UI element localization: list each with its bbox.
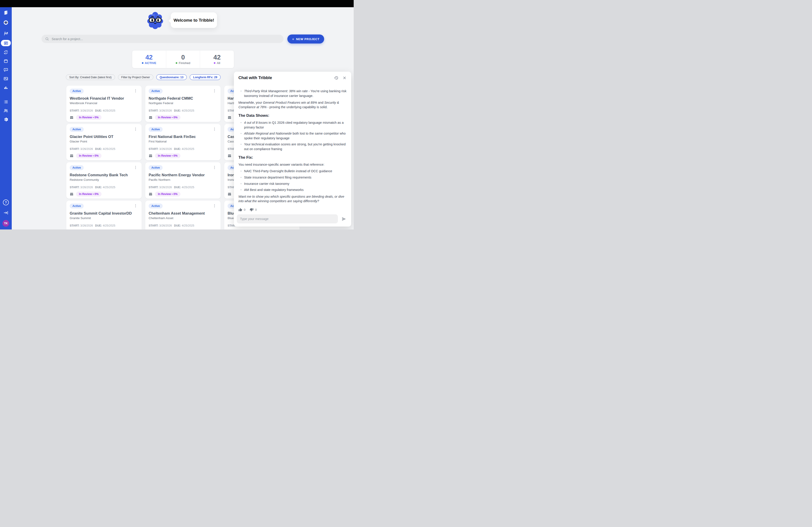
chat-input-row [237,214,347,223]
start-label: START: [149,186,159,189]
sidebar-item-sync[interactable] [3,49,9,55]
chat-heading: The Fix: [238,155,347,160]
chat-bullet: AM Best and state regulatory frameworks [238,187,347,192]
stat-finished-value: 0 [181,54,185,61]
project-card[interactable]: Active ⋮ Cheltenham Asset Management Che… [145,201,221,229]
columns-icon [149,154,153,158]
help-icon[interactable]: ? [3,199,9,205]
kebab-menu-icon[interactable]: ⋮ [212,127,217,132]
sidebar-item-handoff[interactable] [3,31,9,36]
progress-badge: In Review • 0% [76,153,102,158]
project-dates: START: 3/26/2026DUE: 4/25/2025 [70,224,138,227]
questionnaire-chip[interactable]: Questionnaire: 13 [156,74,187,80]
stat-finished-label: Finished [179,61,190,65]
chat-message-input[interactable] [237,214,338,223]
project-dates: START: 3/26/2026DUE: 4/25/2025 [149,147,217,151]
project-card[interactable]: Active ⋮ Redstone Community Bank Tech Re… [66,162,142,199]
chat-bullet: NAIC Third-Party Oversight Bulletin inst… [238,169,347,174]
chat-bullet: Allstate Regional and Nationwide both lo… [238,131,347,140]
user-avatar[interactable]: TK [2,220,9,227]
progress-badge: In Review • 0% [76,192,102,197]
stat-finished[interactable]: 0 Finished [166,50,200,68]
new-project-button[interactable]: + NEW PROJECT [287,34,324,44]
sidebar-item-analytics[interactable] [3,85,9,90]
sidebar-item-projects-active[interactable] [1,40,11,46]
stat-all-value: 42 [213,54,221,61]
chat-panel: Chat with Tribble Third-Party Risk Manag… [234,72,351,227]
due-label: DUE: [95,109,102,112]
tribble-avatar-icon[interactable] [3,20,9,25]
start-label: START: [70,109,79,112]
sidebar-item-archive[interactable] [3,58,9,64]
columns-icon [70,116,74,119]
chat-bullet: Insurance carrier risk taxonomy [238,181,347,186]
kebab-menu-icon[interactable]: ⋮ [133,127,138,132]
new-project-label: NEW PROJECT [296,37,319,41]
chat-bullet-list: NAIC Third-Party Oversight Bulletin inst… [238,169,347,192]
longform-rfx-chip[interactable]: Longform RFx: 29 [190,74,221,80]
status-badge: Active [149,165,163,170]
start-date: 3/26/2026 [80,109,93,112]
project-dates: START: 3/26/2026DUE: 4/25/2025 [149,186,217,189]
kebab-menu-icon[interactable]: ⋮ [133,165,138,170]
sidebar-item-list[interactable] [3,99,9,105]
columns-icon [228,116,231,119]
kebab-menu-icon[interactable]: ⋮ [133,204,138,208]
start-date: 3/26/2026 [159,186,172,189]
project-card[interactable]: Active ⋮ Pacific Northern Energy Vendor … [145,162,221,199]
stat-active[interactable]: 42 ACTIVE [132,50,166,68]
history-icon[interactable] [334,76,338,80]
status-badge: Active [149,127,163,132]
project-card[interactable]: Active ⋮ First National Bank FinSec Firs… [145,124,221,160]
chat-paragraph: Want me to show you which specific quest… [238,194,347,204]
project-card[interactable]: Active ⋮ Northgate Federal CMMC Northgat… [145,86,221,122]
due-label: DUE: [174,147,181,151]
kebab-menu-icon[interactable]: ⋮ [133,89,138,93]
project-title: Pacific Northern Energy Vendor [149,173,217,177]
chat-paragraph: You need insurance-specific answer varia… [238,162,347,167]
chat-bullet: Third-Party Risk Management: 38% win rat… [238,89,347,98]
filter-owner-chip[interactable]: Filter by Project Owner [118,74,154,80]
project-company: First National [149,140,217,143]
chat-scroll-area[interactable]: Third-Party Risk Management: 38% win rat… [238,81,347,212]
due-date: 4/25/2025 [182,186,194,189]
project-company: Cheltenham Asset [149,216,217,220]
thumbs-up-icon[interactable] [238,208,242,212]
chat-paragraph: Meanwhile, your General Product Features… [238,100,347,109]
kebab-menu-icon[interactable]: ⋮ [212,165,217,170]
project-company: Glacier Point [70,140,138,143]
columns-icon [70,192,74,196]
search-input[interactable] [51,37,284,41]
chat-messages: Third-Party Risk Management: 38% win rat… [238,87,347,206]
kebab-menu-icon[interactable]: ⋮ [212,204,217,208]
project-card[interactable]: Active ⋮ Granite Summit Capital Investor… [66,201,142,229]
chat-header: Chat with Tribble [238,75,347,80]
project-search[interactable] [42,35,284,43]
welcome-text: Welcome to Tribble! [173,18,214,23]
thumbs-down-icon[interactable] [250,208,253,212]
project-title: Granite Summit Capital InvestorDD [70,211,138,215]
window-top-bar [0,0,354,7]
kebab-menu-icon[interactable]: ⋮ [212,89,217,93]
stat-active-label: ACTIVE [145,61,156,65]
stat-active-value: 42 [145,54,153,61]
sidebar-item-team[interactable] [3,108,9,114]
sidebar-item-chat[interactable] [3,67,9,73]
due-date: 4/25/2025 [103,109,115,112]
project-company: Pacific Northern [149,178,217,181]
close-icon[interactable] [343,76,347,80]
project-title: Westbrook Financial IT Vendor [70,96,138,101]
sidebar-item-settings[interactable] [3,117,9,122]
project-dates: START: 3/26/2026DUE: 4/25/2025 [149,109,217,112]
sign-out-icon[interactable] [3,210,9,215]
plus-icon: + [292,37,294,41]
progress-badge: In Review • 0% [155,192,180,197]
stat-all[interactable]: 42 All [200,50,234,68]
progress-badge: In Review • 0% [76,115,102,120]
sidebar-item-tasks[interactable] [3,76,9,81]
progress-badge: In Review • 0% [155,115,180,120]
project-card[interactable]: Active ⋮ Glacier Point Utilities OT Glac… [66,124,142,160]
project-card[interactable]: Active ⋮ Westbrook Financial IT Vendor W… [66,86,142,122]
send-icon[interactable] [342,216,346,221]
sort-by-chip[interactable]: Sort By: Created Date (latest first) [66,74,115,80]
